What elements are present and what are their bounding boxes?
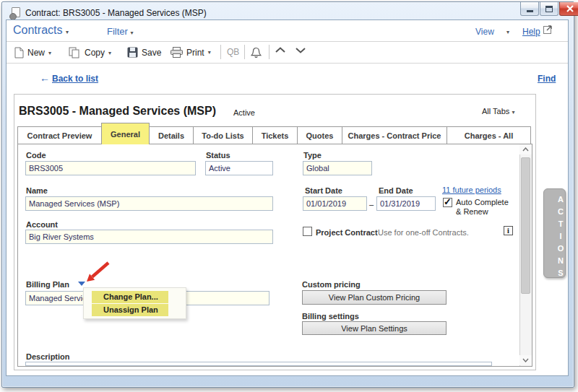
end-date-input[interactable]: [376, 196, 436, 211]
find-link[interactable]: Find: [538, 74, 556, 84]
future-periods-link[interactable]: 11 future periods: [442, 186, 501, 194]
help-link[interactable]: Help: [522, 27, 540, 37]
scroll-up-button[interactable]: [519, 144, 532, 154]
status-label: Status: [206, 151, 230, 160]
auto-complete-label-line1: Auto Complete: [456, 198, 509, 206]
tab-charges-all[interactable]: Charges - All: [447, 126, 531, 144]
chevron-up-icon: [275, 47, 285, 53]
window-title: Contract: BRS3005 - Managed Services (MS…: [25, 8, 207, 18]
name-label: Name: [26, 186, 48, 195]
maximize-icon: [545, 6, 553, 12]
close-button[interactable]: [559, 2, 578, 16]
project-contract-checkbox[interactable]: [303, 227, 312, 236]
scroll-down-button[interactable]: [519, 355, 532, 365]
billing-plan-label: Billing Plan: [26, 280, 69, 289]
view-chevron-down-icon[interactable]: ▾: [506, 29, 509, 35]
toolbar-separator: [220, 45, 221, 59]
save-button[interactable]: Save: [127, 47, 161, 58]
tab-general[interactable]: General: [101, 123, 150, 144]
type-input[interactable]: [303, 161, 372, 175]
chevron-down-icon: ▾: [131, 30, 134, 36]
chevron-down-icon: ▾: [512, 109, 514, 116]
minimize-icon: [527, 10, 533, 12]
copy-button[interactable]: Copy▾: [69, 47, 111, 58]
tab-quotes[interactable]: Quotes: [297, 126, 342, 144]
auto-complete-checkbox[interactable]: [443, 198, 452, 207]
all-tabs-dropdown[interactable]: All Tabs ▾: [482, 107, 514, 116]
close-icon: [566, 5, 574, 12]
end-date-label: End Date: [379, 186, 413, 195]
print-icon: [171, 47, 183, 58]
toolbar-separator: [244, 45, 245, 59]
actions-side-tab[interactable]: ACTIONS: [543, 188, 566, 278]
annotation-arrow-icon: [79, 259, 113, 287]
status-input[interactable]: [205, 161, 273, 175]
date-range-separator: –: [369, 200, 374, 209]
code-label: Code: [26, 151, 46, 160]
minimize-button[interactable]: [520, 2, 539, 16]
account-input[interactable]: [25, 230, 273, 244]
tab-tickets[interactable]: Tickets: [252, 126, 298, 144]
chevron-down-icon: [296, 47, 306, 53]
contract-status-text: Active: [233, 108, 255, 117]
project-contract-label: Project Contract: [316, 228, 378, 237]
account-label: Account: [26, 220, 58, 229]
start-date-label: Start Date: [305, 186, 342, 195]
bell-icon: [251, 47, 262, 59]
application-window: Contract: BRS3005 - Managed Services (MS…: [0, 0, 578, 392]
tab-content-panel: [17, 144, 532, 367]
menu-item-unassign-plan[interactable]: Unassign Plan: [92, 304, 168, 316]
type-label: Type: [303, 151, 322, 160]
start-date-input[interactable]: [303, 196, 367, 211]
filter-menu[interactable]: Filter ▾: [107, 26, 134, 37]
back-to-list-link[interactable]: Back to list: [52, 74, 98, 84]
save-icon: [127, 47, 138, 58]
print-button[interactable]: Print▾: [171, 47, 211, 58]
previous-record-button[interactable]: [275, 47, 285, 53]
code-input[interactable]: [25, 161, 196, 175]
chevron-down-icon: ▾: [208, 49, 211, 56]
chevron-down-icon: [522, 358, 529, 362]
maximize-button[interactable]: [540, 2, 558, 16]
tab-contract-preview[interactable]: Contract Preview: [17, 126, 102, 144]
chevron-down-icon: ▾: [66, 29, 69, 35]
billing-settings-label: Billing settings: [302, 312, 359, 321]
new-document-icon: [14, 47, 24, 58]
auto-complete-label-line2: & Renew: [456, 207, 488, 216]
name-input[interactable]: [25, 196, 273, 211]
notifications-button[interactable]: [251, 47, 262, 59]
tab-todo-lists[interactable]: To-do Lists: [193, 126, 253, 144]
description-input[interactable]: [25, 362, 492, 366]
page-title: BRS3005 - Managed Services (MSP): [19, 105, 216, 118]
vertical-scrollbar-thumb[interactable]: [521, 157, 530, 294]
billing-plan-context-menu: Change Plan... Unassign Plan: [83, 287, 186, 319]
chevron-up-icon: [522, 147, 529, 152]
chevron-down-icon: ▾: [48, 50, 51, 56]
view-plan-settings-button[interactable]: View Plan Settings: [302, 321, 447, 335]
copy-icon: [69, 47, 81, 58]
custom-pricing-label: Custom pricing: [302, 280, 361, 289]
project-contract-hint: Use for one-off Contracts.: [378, 228, 469, 237]
tab-details[interactable]: Details: [149, 126, 194, 144]
contracts-menu[interactable]: Contracts ▾: [13, 24, 69, 37]
menu-item-change-plan[interactable]: Change Plan...: [92, 291, 168, 303]
back-arrow-icon: ←: [40, 72, 50, 84]
tab-charges-contract-price[interactable]: Charges - Contract Price: [342, 126, 447, 144]
toolbar-top-border: [7, 41, 568, 42]
chevron-down-icon: ▾: [108, 50, 111, 56]
toolbar-separator: [269, 45, 269, 59]
qb-button[interactable]: QB: [227, 47, 239, 57]
view-plan-custom-pricing-button[interactable]: View Plan Custom Pricing: [302, 290, 447, 305]
toolbar-bottom-border: [7, 63, 568, 64]
view-menu[interactable]: View: [475, 27, 494, 37]
description-label: Description: [26, 352, 70, 361]
open-new-window-icon[interactable]: [543, 24, 553, 35]
new-button[interactable]: New▾: [14, 47, 51, 58]
window-app-icon: [12, 7, 20, 17]
next-record-button[interactable]: [296, 47, 306, 53]
info-icon[interactable]: i: [504, 226, 513, 235]
